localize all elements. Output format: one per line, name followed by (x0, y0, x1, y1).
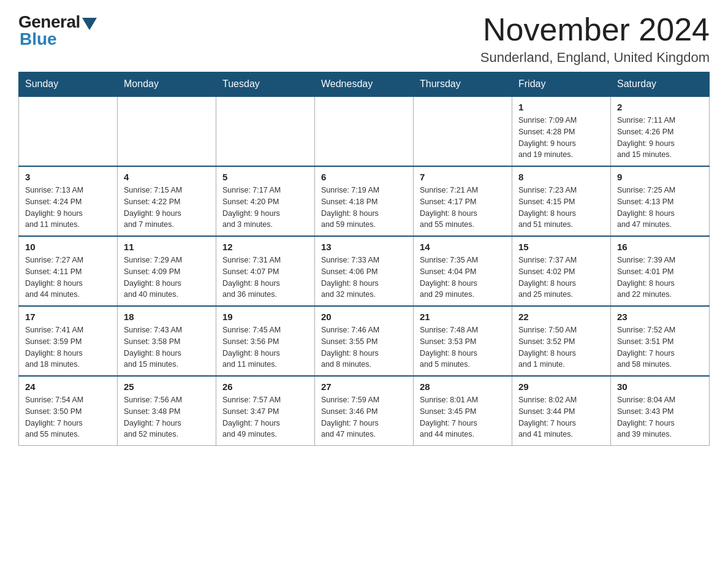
day-number: 12 (222, 242, 308, 252)
calendar-cell: 22Sunrise: 7:50 AM Sunset: 3:52 PM Dayli… (512, 306, 611, 376)
day-number: 25 (124, 381, 210, 392)
calendar-cell: 21Sunrise: 7:48 AM Sunset: 3:53 PM Dayli… (414, 306, 512, 376)
day-number: 21 (420, 312, 506, 322)
day-info: Sunrise: 7:48 AM Sunset: 3:53 PM Dayligh… (420, 324, 506, 370)
calendar-header-friday: Friday (512, 72, 611, 97)
calendar-cell (19, 96, 118, 166)
day-number: 16 (617, 242, 703, 252)
day-info: Sunrise: 7:31 AM Sunset: 4:07 PM Dayligh… (222, 255, 308, 301)
calendar-cell: 10Sunrise: 7:27 AM Sunset: 4:11 PM Dayli… (19, 236, 118, 306)
day-info: Sunrise: 7:35 AM Sunset: 4:04 PM Dayligh… (420, 255, 506, 301)
calendar-cell: 27Sunrise: 7:59 AM Sunset: 3:46 PM Dayli… (315, 376, 414, 446)
calendar-cell: 11Sunrise: 7:29 AM Sunset: 4:09 PM Dayli… (118, 236, 216, 306)
calendar-header-tuesday: Tuesday (216, 72, 315, 97)
day-info: Sunrise: 8:01 AM Sunset: 3:45 PM Dayligh… (420, 394, 506, 440)
day-info: Sunrise: 7:37 AM Sunset: 4:02 PM Dayligh… (518, 255, 604, 301)
day-number: 6 (321, 172, 407, 182)
day-number: 11 (124, 242, 210, 252)
calendar-cell: 30Sunrise: 8:04 AM Sunset: 3:43 PM Dayli… (611, 376, 710, 446)
calendar-cell: 25Sunrise: 7:56 AM Sunset: 3:48 PM Dayli… (118, 376, 216, 446)
day-number: 10 (25, 242, 111, 252)
day-number: 9 (617, 172, 703, 182)
day-number: 7 (420, 172, 506, 182)
calendar-cell: 26Sunrise: 7:57 AM Sunset: 3:47 PM Dayli… (216, 376, 315, 446)
day-info: Sunrise: 7:29 AM Sunset: 4:09 PM Dayligh… (124, 255, 210, 301)
calendar-cell: 3Sunrise: 7:13 AM Sunset: 4:24 PM Daylig… (19, 166, 118, 236)
day-info: Sunrise: 7:23 AM Sunset: 4:15 PM Dayligh… (518, 185, 604, 231)
calendar-cell (315, 96, 414, 166)
logo: General Blue (18, 12, 97, 49)
month-title: November 2024 (480, 12, 710, 47)
day-info: Sunrise: 7:39 AM Sunset: 4:01 PM Dayligh… (617, 255, 703, 301)
week-row-1: 1Sunrise: 7:09 AM Sunset: 4:28 PM Daylig… (19, 96, 710, 166)
calendar-cell: 5Sunrise: 7:17 AM Sunset: 4:20 PM Daylig… (216, 166, 315, 236)
day-number: 13 (321, 242, 407, 252)
logo-triangle-icon (82, 18, 97, 30)
calendar-cell: 20Sunrise: 7:46 AM Sunset: 3:55 PM Dayli… (315, 306, 414, 376)
calendar-cell: 15Sunrise: 7:37 AM Sunset: 4:02 PM Dayli… (512, 236, 611, 306)
calendar-cell (118, 96, 216, 166)
calendar-cell: 24Sunrise: 7:54 AM Sunset: 3:50 PM Dayli… (19, 376, 118, 446)
calendar-header-thursday: Thursday (414, 72, 512, 97)
title-area: November 2024 Sunderland, England, Unite… (480, 12, 710, 66)
day-info: Sunrise: 7:09 AM Sunset: 4:28 PM Dayligh… (518, 115, 604, 161)
day-number: 5 (222, 172, 308, 182)
day-number: 27 (321, 381, 407, 392)
calendar-cell: 6Sunrise: 7:19 AM Sunset: 4:18 PM Daylig… (315, 166, 414, 236)
week-row-4: 17Sunrise: 7:41 AM Sunset: 3:59 PM Dayli… (19, 306, 710, 376)
calendar-cell: 28Sunrise: 8:01 AM Sunset: 3:45 PM Dayli… (414, 376, 512, 446)
day-info: Sunrise: 7:45 AM Sunset: 3:56 PM Dayligh… (222, 324, 308, 370)
day-number: 1 (518, 102, 604, 112)
day-info: Sunrise: 7:27 AM Sunset: 4:11 PM Dayligh… (25, 255, 111, 301)
day-number: 2 (617, 102, 703, 112)
day-info: Sunrise: 7:57 AM Sunset: 3:47 PM Dayligh… (222, 394, 308, 440)
week-row-5: 24Sunrise: 7:54 AM Sunset: 3:50 PM Dayli… (19, 376, 710, 446)
page-header: General Blue November 2024 Sunderland, E… (18, 12, 710, 66)
calendar-header-wednesday: Wednesday (315, 72, 414, 97)
day-number: 15 (518, 242, 604, 252)
day-info: Sunrise: 7:56 AM Sunset: 3:48 PM Dayligh… (124, 394, 210, 440)
calendar-table: SundayMondayTuesdayWednesdayThursdayFrid… (18, 72, 710, 446)
calendar-header-saturday: Saturday (611, 72, 710, 97)
calendar-cell: 23Sunrise: 7:52 AM Sunset: 3:51 PM Dayli… (611, 306, 710, 376)
calendar-cell: 13Sunrise: 7:33 AM Sunset: 4:06 PM Dayli… (315, 236, 414, 306)
day-info: Sunrise: 7:43 AM Sunset: 3:58 PM Dayligh… (124, 324, 210, 370)
day-number: 26 (222, 381, 308, 392)
day-info: Sunrise: 8:02 AM Sunset: 3:44 PM Dayligh… (518, 394, 604, 440)
calendar-cell: 17Sunrise: 7:41 AM Sunset: 3:59 PM Dayli… (19, 306, 118, 376)
calendar-header-row: SundayMondayTuesdayWednesdayThursdayFrid… (19, 72, 710, 97)
day-info: Sunrise: 7:54 AM Sunset: 3:50 PM Dayligh… (25, 394, 111, 440)
day-info: Sunrise: 7:46 AM Sunset: 3:55 PM Dayligh… (321, 324, 407, 370)
calendar-cell: 7Sunrise: 7:21 AM Sunset: 4:17 PM Daylig… (414, 166, 512, 236)
day-number: 8 (518, 172, 604, 182)
day-info: Sunrise: 7:33 AM Sunset: 4:06 PM Dayligh… (321, 255, 407, 301)
day-info: Sunrise: 7:25 AM Sunset: 4:13 PM Dayligh… (617, 185, 703, 231)
day-info: Sunrise: 7:11 AM Sunset: 4:26 PM Dayligh… (617, 115, 703, 161)
calendar-cell (216, 96, 315, 166)
day-number: 18 (124, 312, 210, 322)
day-info: Sunrise: 7:21 AM Sunset: 4:17 PM Dayligh… (420, 185, 506, 231)
week-row-2: 3Sunrise: 7:13 AM Sunset: 4:24 PM Daylig… (19, 166, 710, 236)
day-info: Sunrise: 7:19 AM Sunset: 4:18 PM Dayligh… (321, 185, 407, 231)
day-info: Sunrise: 7:13 AM Sunset: 4:24 PM Dayligh… (25, 185, 111, 231)
calendar-cell: 2Sunrise: 7:11 AM Sunset: 4:26 PM Daylig… (611, 96, 710, 166)
calendar-cell (414, 96, 512, 166)
day-info: Sunrise: 7:41 AM Sunset: 3:59 PM Dayligh… (25, 324, 111, 370)
calendar-cell: 4Sunrise: 7:15 AM Sunset: 4:22 PM Daylig… (118, 166, 216, 236)
calendar-cell: 19Sunrise: 7:45 AM Sunset: 3:56 PM Dayli… (216, 306, 315, 376)
day-info: Sunrise: 7:52 AM Sunset: 3:51 PM Dayligh… (617, 324, 703, 370)
day-number: 14 (420, 242, 506, 252)
day-number: 19 (222, 312, 308, 322)
day-number: 30 (617, 381, 703, 392)
day-number: 24 (25, 381, 111, 392)
calendar-header-sunday: Sunday (19, 72, 118, 97)
day-number: 17 (25, 312, 111, 322)
day-number: 22 (518, 312, 604, 322)
day-number: 4 (124, 172, 210, 182)
day-info: Sunrise: 8:04 AM Sunset: 3:43 PM Dayligh… (617, 394, 703, 440)
location-subtitle: Sunderland, England, United Kingdom (480, 50, 710, 66)
day-number: 3 (25, 172, 111, 182)
calendar-cell: 29Sunrise: 8:02 AM Sunset: 3:44 PM Dayli… (512, 376, 611, 446)
calendar-cell: 16Sunrise: 7:39 AM Sunset: 4:01 PM Dayli… (611, 236, 710, 306)
calendar-cell: 14Sunrise: 7:35 AM Sunset: 4:04 PM Dayli… (414, 236, 512, 306)
